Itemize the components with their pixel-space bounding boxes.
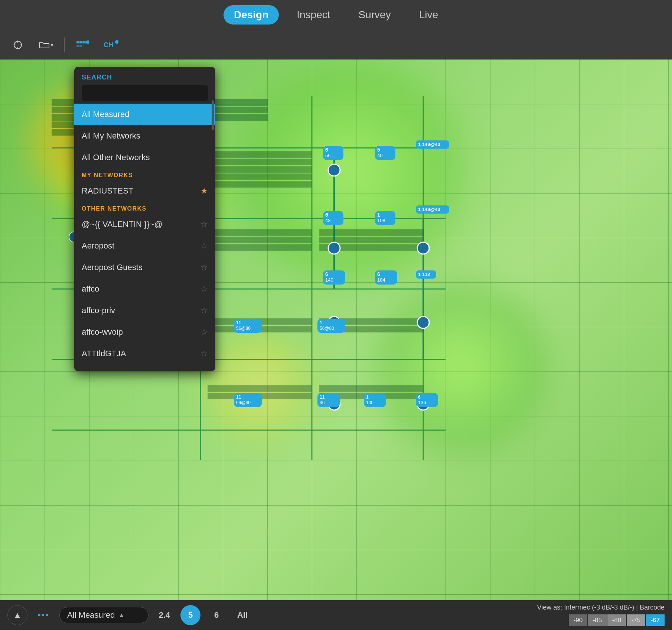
- view-as-info: View as: Intermec (-3 dB/-3 dB/-) | Barc…: [537, 604, 665, 630]
- svg-rect-9: [76, 45, 79, 47]
- all-my-networks-label: All My Networks: [82, 131, 140, 141]
- freq-all-button[interactable]: All: [232, 605, 252, 625]
- freq-2-4-button[interactable]: 2.4: [154, 605, 174, 625]
- up-arrow-button[interactable]: ▲: [7, 605, 27, 625]
- search-header: SEARCH: [74, 67, 215, 104]
- search-label: SEARCH: [82, 74, 208, 81]
- affco-priv-star-icon[interactable]: ☆: [200, 306, 208, 315]
- toolbar-divider: [64, 38, 65, 52]
- freq-6-button[interactable]: 6: [206, 605, 226, 625]
- bottom-dropdown-label: All Measured: [67, 610, 115, 620]
- list-item-affco-priv[interactable]: affco-priv ☆: [74, 300, 215, 321]
- signal-scale: -90 -85 -80 -75 -67: [569, 614, 665, 626]
- scroll-indicator: [212, 100, 214, 130]
- svg-point-13: [115, 40, 118, 44]
- svg-rect-5: [76, 41, 79, 43]
- attldgtja-label: ATTtldGTJA: [82, 349, 126, 358]
- list-item-aeropost-guests[interactable]: Aeropost Guests ☆: [74, 257, 215, 278]
- list-item-all-measured[interactable]: All Measured: [74, 104, 215, 125]
- scale-minus75: -75: [627, 614, 645, 626]
- dots-menu-button[interactable]: •••: [33, 605, 53, 625]
- dots-tool-button[interactable]: [72, 35, 93, 55]
- affco-wvoip-star-icon[interactable]: ☆: [200, 327, 208, 337]
- tab-survey[interactable]: Survey: [348, 5, 401, 25]
- list-item-attldgtja[interactable]: ATTtldGTJA ☆: [74, 343, 215, 364]
- tab-design[interactable]: Design: [224, 5, 279, 25]
- search-input[interactable]: [82, 85, 208, 101]
- dropdown-list: All Measured All My Networks All Other N…: [74, 104, 215, 371]
- affco-priv-label: affco-priv: [82, 306, 115, 315]
- bottom-network-dropdown[interactable]: All Measured ▲: [59, 607, 149, 623]
- valentin-star-icon[interactable]: ☆: [200, 220, 208, 229]
- tab-inspect[interactable]: Inspect: [286, 5, 340, 25]
- list-item-aeropost[interactable]: Aeropost ☆: [74, 235, 215, 257]
- list-item-all-other-networks[interactable]: All Other Networks: [74, 147, 215, 168]
- aeropost-guests-star-icon[interactable]: ☆: [200, 263, 208, 272]
- cams-star-icon[interactable]: ☆: [200, 370, 208, 371]
- list-item-cams[interactable]: cams ☆: [74, 364, 215, 371]
- scale-minus90: -90: [569, 614, 587, 626]
- affco-star-icon[interactable]: ☆: [200, 284, 208, 294]
- my-networks-section-label: MY NETWORKS: [74, 168, 215, 180]
- ch-tool-button[interactable]: CH: [100, 35, 121, 55]
- bottom-bar: ▲ ••• All Measured ▲ 2.4 5 6 All View as…: [0, 600, 672, 630]
- other-networks-section-label: OTHER NETWORKS: [74, 202, 215, 214]
- radiustest-star-icon[interactable]: ★: [200, 186, 208, 196]
- affco-label: affco: [82, 284, 99, 294]
- scale-minus67[interactable]: -67: [646, 614, 665, 626]
- attldgtja-star-icon[interactable]: ☆: [200, 349, 208, 358]
- svg-rect-7: [82, 41, 85, 43]
- top-navigation: Design Inspect Survey Live: [0, 0, 672, 30]
- svg-rect-6: [79, 41, 82, 43]
- all-measured-label: All Measured: [82, 110, 129, 119]
- affco-wvoip-label: affco-wvoip: [82, 327, 123, 337]
- network-dropdown-panel: SEARCH All Measured All My Networks All …: [74, 67, 215, 371]
- svg-text:CH: CH: [104, 41, 113, 49]
- freq-5-button[interactable]: 5: [180, 605, 200, 625]
- list-item-affco-wvoip[interactable]: affco-wvoip ☆: [74, 321, 215, 343]
- crosshair-button[interactable]: [7, 35, 28, 55]
- radiustest-label: RADIUSTEST: [82, 186, 133, 196]
- aeropost-star-icon[interactable]: ☆: [200, 241, 208, 251]
- aeropost-guests-label: Aeropost Guests: [82, 263, 143, 272]
- list-item-radiustest[interactable]: RADIUSTEST ★: [74, 180, 215, 202]
- folder-button[interactable]: ▾: [36, 35, 56, 55]
- scale-minus85: -85: [588, 614, 607, 626]
- svg-rect-10: [79, 45, 82, 47]
- up-arrow-icon: ▲: [13, 610, 22, 620]
- main-content: 6 56 5 40 1 149@40 6 48 1 108 1 149@40 1…: [0, 59, 672, 600]
- list-item-valentin[interactable]: @~{{ VALENTIN }}~@ ☆: [74, 214, 215, 235]
- dots-icon: •••: [37, 610, 49, 620]
- list-item-all-my-networks[interactable]: All My Networks: [74, 125, 215, 147]
- valentin-label: @~{{ VALENTIN }}~@: [82, 220, 163, 229]
- aeropost-label: Aeropost: [82, 241, 114, 251]
- scale-minus80: -80: [607, 614, 626, 626]
- cams-label: cams: [82, 370, 101, 371]
- view-as-text: View as: Intermec (-3 dB/-3 dB/-) | Barc…: [537, 604, 665, 611]
- tab-live[interactable]: Live: [409, 5, 448, 25]
- toolbar: ▾ CH: [0, 30, 672, 59]
- list-item-affco[interactable]: affco ☆: [74, 278, 215, 300]
- bottom-dropdown-chevron-icon: ▲: [118, 612, 124, 618]
- all-other-networks-label: All Other Networks: [82, 153, 150, 162]
